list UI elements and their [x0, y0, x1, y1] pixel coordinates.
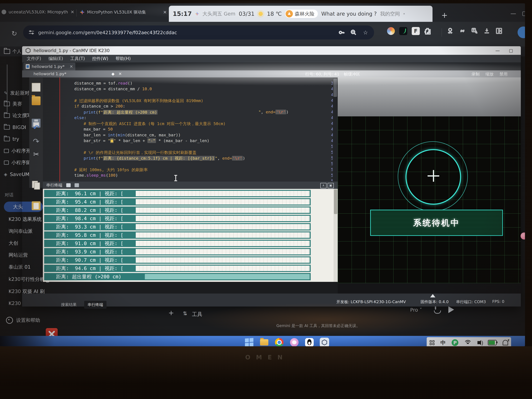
code-editor[interactable]: 39distance_mm = tof.read()40distance_cm …: [43, 77, 338, 182]
split-diamond-icon[interactable]: ◆: [111, 71, 114, 76]
folder-icon: [4, 101, 10, 106]
photo-of-laptop-screen: uceeatz/VL53L0X: Micropyth ✕ MicroPython…: [0, 0, 532, 399]
close-editor-icon[interactable]: ✕: [119, 71, 122, 76]
tab-search-results[interactable]: 搜索结果: [61, 302, 77, 307]
bookmark-folder-label[interactable]: 个人: [13, 48, 21, 54]
ide-file-tab[interactable]: helloworld 1.py* ✕: [23, 63, 75, 70]
ide-menu-item[interactable]: 控件(W): [92, 56, 108, 62]
tab-date: 03/31: [239, 11, 254, 17]
profile-avatar[interactable]: [518, 26, 525, 38]
extension-b-icon[interactable]: [399, 27, 407, 35]
ide-minimize-button[interactable]: —: [495, 48, 500, 53]
window-maximize-button[interactable]: ▢: [522, 10, 525, 17]
close-tab-icon[interactable]: ✕: [403, 13, 405, 15]
password-key-icon[interactable]: [338, 29, 345, 36]
extension-a-icon[interactable]: [387, 27, 395, 35]
folder-icon: [4, 137, 10, 141]
gemini-model-selector[interactable]: Pro ˅: [410, 307, 422, 313]
browser-tab-active[interactable]: 15:17 大头周五 Gem 03/31 18 ℃ 森林火险 What are …: [169, 6, 432, 22]
serial-terminal-header[interactable]: 串行终端 ∧ ▣: [43, 182, 338, 189]
terminal-row: 距离: 94.6 cm | 视距: [: [44, 265, 311, 272]
chrome-icon[interactable]: [274, 337, 284, 346]
record-button[interactable]: 录制: [471, 71, 480, 77]
gemini-tune-icon[interactable]: ⇅: [183, 310, 187, 317]
code-line: print(f"距离: {distance_cm:5.1f} cm | 视距: …: [65, 156, 338, 161]
undo-icon[interactable]: ↶: [32, 123, 40, 132]
disable-button[interactable]: 禁用: [500, 71, 507, 77]
download-icon[interactable]: [483, 27, 490, 34]
close-file-icon[interactable]: ✕: [70, 64, 73, 69]
wifi-icon[interactable]: [464, 340, 471, 345]
window-minimize-button[interactable]: —: [510, 10, 516, 17]
terminal-lock-icon[interactable]: [66, 183, 71, 187]
apps-grid-icon[interactable]: [496, 27, 502, 34]
zoom-button[interactable]: 缩放: [486, 71, 494, 77]
redo-icon[interactable]: ↷: [32, 137, 40, 146]
code-line: # 过滤掉越界的错误数值 (VL53L0X 有时测不到物体会返回 8190mm): [65, 98, 338, 103]
browser-tab-gemini-doc[interactable]: MicroPython VL53L0X 驱动集 ✕: [80, 9, 167, 15]
terminal-scrollbar[interactable]: [334, 189, 338, 282]
site-settings-icon[interactable]: [29, 30, 35, 35]
file-explorer-icon[interactable]: [259, 337, 269, 346]
distance-bar: [136, 224, 310, 229]
browser-tab-github[interactable]: uceeatz/VL53L0X: Micropyth ✕: [1, 9, 74, 14]
crosshair-icon: [433, 170, 434, 182]
bookmark-star-icon[interactable]: ☆: [362, 29, 369, 36]
weather-alert-badge[interactable]: 森林火险: [285, 10, 318, 18]
close-tab-icon[interactable]: ✕: [163, 10, 167, 15]
cat-app-icon[interactable]: [289, 337, 299, 346]
extensions-puzzle-icon[interactable]: [424, 28, 431, 34]
terminal-save-icon[interactable]: [75, 183, 79, 187]
battery-charging-icon[interactable]: [488, 340, 497, 345]
framebuffer-empty-area: [338, 77, 521, 116]
open-file-icon[interactable]: [32, 96, 40, 105]
collapse-panel-icon[interactable]: ∧: [320, 183, 327, 188]
gem-icon: ◈: [4, 172, 7, 177]
qq-icon[interactable]: [304, 337, 314, 346]
green-p-app-icon[interactable]: P: [452, 339, 458, 346]
ide-title-bar[interactable]: helloworld_1.py - CanMV IDE K230 — ▢: [22, 46, 521, 55]
notification-bell-icon[interactable]: [503, 340, 508, 345]
code-line: distance_mm = tof.read(): [65, 81, 338, 85]
tab-serial-terminal[interactable]: 串行终端: [84, 301, 107, 309]
extension-f-icon[interactable]: F: [412, 27, 420, 35]
ide-menu-item[interactable]: 文件(F): [27, 56, 41, 62]
popout-panel-icon[interactable]: ▣: [328, 183, 334, 188]
canmv-ide-taskbar-icon[interactable]: [319, 337, 329, 346]
mic-icon[interactable]: [435, 306, 436, 309]
distance-bar: [136, 232, 310, 238]
translate-icon[interactable]: [471, 27, 478, 34]
gemini-tools-button[interactable]: 工具: [192, 311, 202, 318]
reload-icon[interactable]: ↻: [12, 30, 17, 38]
sun-weather-icon: [258, 11, 264, 17]
sidebar-robot-icon[interactable]: [447, 27, 454, 34]
ide-menu-item[interactable]: 帮助(H): [116, 56, 131, 62]
copy-icon[interactable]: [32, 181, 40, 189]
collapse-arrow-icon[interactable]: [430, 294, 435, 298]
new-file-icon[interactable]: [32, 83, 40, 92]
send-icon[interactable]: [448, 306, 454, 313]
close-tab-icon[interactable]: ✕: [71, 9, 74, 14]
ide-menu-item[interactable]: 工具(T): [70, 56, 85, 62]
new-tab-button[interactable]: +: [441, 12, 448, 19]
tab-ghost-text: 大头周五 Gem: [202, 11, 235, 17]
address-bar[interactable]: gemini.google.com/gem/0e421393977e/f02ae…: [23, 25, 374, 39]
serial-terminal-output[interactable]: 距离: 96.1 cm | 视距: [距离: 95.4 cm | 视距: [距离…: [43, 189, 338, 282]
link-icon[interactable]: [459, 27, 466, 34]
cut-scissors-icon[interactable]: ✂: [32, 150, 40, 159]
volume-icon[interactable]: [477, 341, 480, 344]
system-tray: 中 P: [427, 337, 511, 346]
editor-scrollbar[interactable]: [333, 77, 338, 182]
terminal-row: 距离: 96.1 cm | 视距: [: [44, 190, 311, 197]
ide-maximize-button[interactable]: ▢: [509, 48, 513, 53]
paste-icon[interactable]: [32, 201, 40, 210]
ime-language-indicator[interactable]: 中: [440, 339, 446, 346]
settings-help-item[interactable]: 设置和帮助: [6, 316, 45, 324]
alert-label: 森林火险: [295, 11, 314, 17]
ide-menu-item[interactable]: 编辑(E): [48, 56, 63, 62]
gemini-add-icon[interactable]: +: [168, 309, 174, 317]
widgets-icon[interactable]: [430, 340, 434, 345]
zoom-out-icon[interactable]: [350, 29, 357, 36]
windows-start-button[interactable]: [244, 337, 254, 346]
extension-icons: F: [387, 27, 431, 35]
